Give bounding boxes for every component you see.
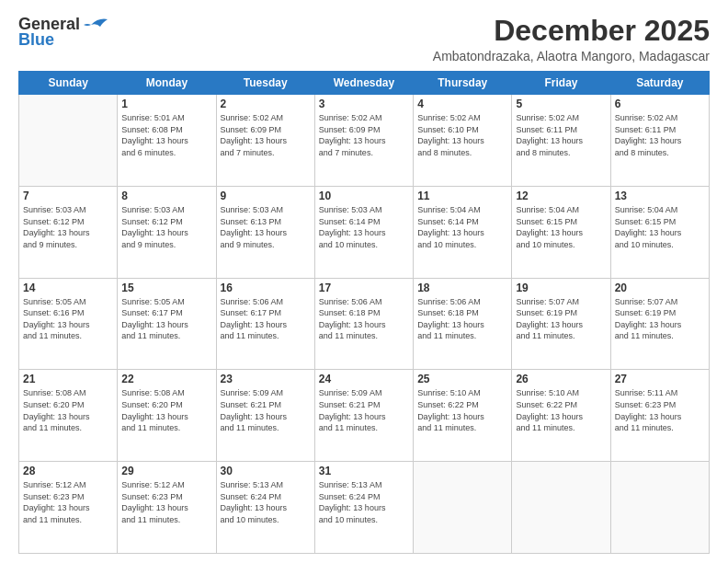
week-row-4: 28Sunrise: 5:12 AMSunset: 6:23 PMDayligh…: [19, 462, 710, 554]
day-number: 1: [121, 98, 211, 110]
day-info: Sunrise: 5:09 AMSunset: 6:21 PMDaylight:…: [221, 387, 311, 433]
calendar-cell: 19Sunrise: 5:07 AMSunset: 6:19 PMDayligh…: [512, 278, 610, 370]
calendar-cell: 28Sunrise: 5:12 AMSunset: 6:23 PMDayligh…: [19, 462, 118, 554]
day-number: 12: [516, 190, 606, 202]
location: Ambatondrazaka, Alaotra Mangoro, Madagas…: [433, 49, 710, 63]
day-info: Sunrise: 5:12 AMSunset: 6:23 PMDaylight:…: [121, 479, 211, 525]
week-row-1: 7Sunrise: 5:03 AMSunset: 6:12 PMDaylight…: [19, 186, 710, 278]
calendar-cell: 16Sunrise: 5:06 AMSunset: 6:17 PMDayligh…: [216, 278, 314, 370]
day-number: 28: [23, 465, 113, 477]
week-row-3: 21Sunrise: 5:08 AMSunset: 6:20 PMDayligh…: [19, 370, 710, 462]
calendar-cell: 8Sunrise: 5:03 AMSunset: 6:12 PMDaylight…: [118, 186, 216, 278]
day-number: 25: [417, 373, 507, 385]
day-number: 29: [121, 465, 211, 477]
calendar-cell: 20Sunrise: 5:07 AMSunset: 6:19 PMDayligh…: [610, 278, 709, 370]
day-info: Sunrise: 5:08 AMSunset: 6:20 PMDaylight:…: [121, 387, 211, 433]
day-number: 9: [221, 190, 311, 202]
calendar-cell: 21Sunrise: 5:08 AMSunset: 6:20 PMDayligh…: [19, 370, 118, 462]
day-number: 16: [221, 282, 311, 294]
calendar-cell: 27Sunrise: 5:11 AMSunset: 6:23 PMDayligh…: [610, 370, 709, 462]
calendar-cell: [414, 462, 512, 554]
day-info: Sunrise: 5:12 AMSunset: 6:23 PMDaylight:…: [23, 479, 113, 525]
day-info: Sunrise: 5:03 AMSunset: 6:12 PMDaylight:…: [121, 204, 211, 250]
day-number: 26: [516, 373, 606, 385]
day-number: 24: [319, 373, 409, 385]
calendar-cell: 1Sunrise: 5:01 AMSunset: 6:08 PMDaylight…: [118, 95, 216, 187]
logo-blue: Blue: [18, 30, 54, 50]
day-info: Sunrise: 5:06 AMSunset: 6:17 PMDaylight:…: [221, 296, 311, 342]
calendar-cell: 13Sunrise: 5:04 AMSunset: 6:15 PMDayligh…: [610, 186, 709, 278]
weekday-header-row: SundayMondayTuesdayWednesdayThursdayFrid…: [19, 72, 710, 95]
day-info: Sunrise: 5:05 AMSunset: 6:17 PMDaylight:…: [121, 296, 211, 342]
day-number: 7: [23, 190, 113, 202]
calendar-cell: 3Sunrise: 5:02 AMSunset: 6:09 PMDaylight…: [314, 95, 413, 187]
logo: General Blue: [18, 15, 108, 50]
day-number: 20: [615, 282, 705, 294]
day-info: Sunrise: 5:07 AMSunset: 6:19 PMDaylight:…: [516, 296, 606, 342]
day-number: 4: [417, 98, 507, 110]
day-number: 6: [615, 98, 705, 110]
day-info: Sunrise: 5:04 AMSunset: 6:15 PMDaylight:…: [516, 204, 606, 250]
calendar-cell: 6Sunrise: 5:02 AMSunset: 6:11 PMDaylight…: [610, 95, 709, 187]
day-number: 14: [23, 282, 113, 294]
calendar-cell: [512, 462, 610, 554]
day-info: Sunrise: 5:03 AMSunset: 6:12 PMDaylight:…: [23, 204, 113, 250]
weekday-header-sunday: Sunday: [19, 72, 118, 95]
calendar-cell: 14Sunrise: 5:05 AMSunset: 6:16 PMDayligh…: [19, 278, 118, 370]
day-number: 11: [417, 190, 507, 202]
logo-bird-icon: [82, 16, 108, 34]
weekday-header-tuesday: Tuesday: [216, 72, 314, 95]
calendar-table: SundayMondayTuesdayWednesdayThursdayFrid…: [18, 71, 710, 554]
day-info: Sunrise: 5:08 AMSunset: 6:20 PMDaylight:…: [23, 387, 113, 433]
calendar-cell: 7Sunrise: 5:03 AMSunset: 6:12 PMDaylight…: [19, 186, 118, 278]
day-number: 22: [121, 373, 211, 385]
weekday-header-friday: Friday: [512, 72, 610, 95]
day-number: 31: [319, 465, 409, 477]
calendar-cell: [19, 95, 118, 187]
day-number: 19: [516, 282, 606, 294]
calendar-cell: 2Sunrise: 5:02 AMSunset: 6:09 PMDaylight…: [216, 95, 314, 187]
day-info: Sunrise: 5:02 AMSunset: 6:09 PMDaylight:…: [221, 112, 311, 158]
day-info: Sunrise: 5:05 AMSunset: 6:16 PMDaylight:…: [23, 296, 113, 342]
calendar-cell: 29Sunrise: 5:12 AMSunset: 6:23 PMDayligh…: [118, 462, 216, 554]
day-number: 3: [319, 98, 409, 110]
day-info: Sunrise: 5:02 AMSunset: 6:09 PMDaylight:…: [319, 112, 409, 158]
day-info: Sunrise: 5:13 AMSunset: 6:24 PMDaylight:…: [221, 479, 311, 525]
week-row-0: 1Sunrise: 5:01 AMSunset: 6:08 PMDaylight…: [19, 95, 710, 187]
calendar-cell: 18Sunrise: 5:06 AMSunset: 6:18 PMDayligh…: [414, 278, 512, 370]
day-info: Sunrise: 5:02 AMSunset: 6:11 PMDaylight:…: [516, 112, 606, 158]
day-info: Sunrise: 5:10 AMSunset: 6:22 PMDaylight:…: [516, 387, 606, 433]
calendar-cell: [610, 462, 709, 554]
day-info: Sunrise: 5:01 AMSunset: 6:08 PMDaylight:…: [121, 112, 211, 158]
day-number: 17: [319, 282, 409, 294]
day-info: Sunrise: 5:04 AMSunset: 6:14 PMDaylight:…: [417, 204, 507, 250]
day-info: Sunrise: 5:10 AMSunset: 6:22 PMDaylight:…: [417, 387, 507, 433]
calendar-cell: 17Sunrise: 5:06 AMSunset: 6:18 PMDayligh…: [314, 278, 413, 370]
calendar-cell: 23Sunrise: 5:09 AMSunset: 6:21 PMDayligh…: [216, 370, 314, 462]
day-number: 10: [319, 190, 409, 202]
day-info: Sunrise: 5:03 AMSunset: 6:13 PMDaylight:…: [221, 204, 311, 250]
weekday-header-thursday: Thursday: [414, 72, 512, 95]
weekday-header-monday: Monday: [118, 72, 216, 95]
day-info: Sunrise: 5:02 AMSunset: 6:10 PMDaylight:…: [417, 112, 507, 158]
calendar-cell: 5Sunrise: 5:02 AMSunset: 6:11 PMDaylight…: [512, 95, 610, 187]
page: General Blue December 2025 Ambatondrazak…: [0, 0, 728, 563]
day-info: Sunrise: 5:13 AMSunset: 6:24 PMDaylight:…: [319, 479, 409, 525]
calendar-cell: 22Sunrise: 5:08 AMSunset: 6:20 PMDayligh…: [118, 370, 216, 462]
day-number: 30: [221, 465, 311, 477]
day-info: Sunrise: 5:07 AMSunset: 6:19 PMDaylight:…: [615, 296, 705, 342]
calendar-cell: 11Sunrise: 5:04 AMSunset: 6:14 PMDayligh…: [414, 186, 512, 278]
calendar-cell: 12Sunrise: 5:04 AMSunset: 6:15 PMDayligh…: [512, 186, 610, 278]
day-info: Sunrise: 5:06 AMSunset: 6:18 PMDaylight:…: [417, 296, 507, 342]
calendar-cell: 15Sunrise: 5:05 AMSunset: 6:17 PMDayligh…: [118, 278, 216, 370]
header: General Blue December 2025 Ambatondrazak…: [18, 15, 710, 63]
month-title: December 2025: [433, 15, 710, 47]
day-info: Sunrise: 5:06 AMSunset: 6:18 PMDaylight:…: [319, 296, 409, 342]
weekday-header-saturday: Saturday: [610, 72, 709, 95]
day-number: 21: [23, 373, 113, 385]
weekday-header-wednesday: Wednesday: [314, 72, 413, 95]
day-info: Sunrise: 5:03 AMSunset: 6:14 PMDaylight:…: [319, 204, 409, 250]
day-info: Sunrise: 5:09 AMSunset: 6:21 PMDaylight:…: [319, 387, 409, 433]
day-number: 8: [121, 190, 211, 202]
day-number: 5: [516, 98, 606, 110]
